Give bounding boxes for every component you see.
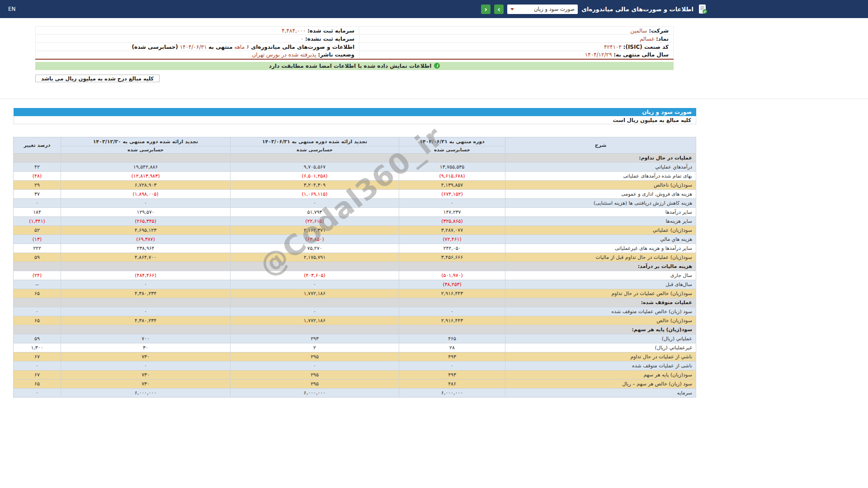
cell-value: ۱۳,۷۵۵,۵۳۵	[399, 162, 505, 171]
cell-value: ۳۰	[61, 343, 231, 352]
symbol-label: نماد:	[656, 36, 669, 42]
row-label: سود(زيان) خالص	[505, 316, 696, 325]
section-empty-cell	[14, 153, 61, 162]
section-empty-cell	[14, 325, 61, 334]
cell-value: ۳,۲۸۷,۰۷۷	[399, 225, 505, 235]
statement-type-value: صورت سود و زیان	[534, 6, 575, 12]
cell-value: ۲,۱۷۵,۷۹۱	[231, 253, 399, 262]
fiscal-year-label: سال مالی منتهی به:	[613, 52, 669, 58]
row-label: ساير هزينه‌ها	[505, 216, 696, 225]
cell-value: (۴۸۴,۴۶۶)	[61, 271, 231, 280]
cell-value: (۴۰۳,۶۰۵)	[231, 271, 399, 280]
cell-value: ۷۳۰	[61, 379, 231, 388]
row-label: سود(زيان) خالص عمليات در حال تداوم	[505, 289, 696, 298]
cell-value: ۷۵,۲۷۰	[231, 244, 399, 253]
table-row: بهای تمام شده درآمدهای عملیاتی(۹,۶۱۵,۶۷۸…	[14, 171, 696, 180]
fiscal-year-value: ۱۴۰۴/۱۲/۲۹	[585, 52, 612, 58]
table-row: سایر درآمدها و هزینه های غیرعملیاتی۲۴۲,۰…	[14, 244, 696, 253]
topbar: EN اطلاعات و صورت‌های مالی میاندوره‌ای ص…	[0, 0, 868, 18]
info-cell-interim-period: اطلاعات و صورت‌های مالی میاندوره‌ای ۶ ما…	[36, 43, 359, 51]
cell-percent-change: ۴۲	[14, 162, 61, 171]
row-label: سود (زیان) خالص عملیات متوقف شده	[505, 307, 696, 316]
section-divider	[0, 99, 868, 99]
cell-percent-change: ۰	[14, 361, 61, 370]
row-label: هزینه کاهش ارزش دریافتنی ها (هزینه استثن…	[505, 198, 696, 207]
cell-value: ۲۸	[399, 343, 505, 352]
cell-percent-change: (۱۳)	[14, 235, 61, 244]
section-empty-cell	[399, 262, 505, 271]
statement-title-bar: صورت سود و زیان	[14, 108, 696, 116]
cell-value: (۵۰۱,۹۷۰)	[399, 271, 505, 280]
row-label: سود (زیان) خالص هر سهم – ریال	[505, 379, 696, 388]
row-label: سرمایه	[505, 388, 696, 397]
section-row: عملیات در حال تداوم:	[14, 153, 696, 162]
table-row: سود(زيان) خالص عمليات در حال تداوم۲,۹۱۶,…	[14, 289, 696, 298]
interim-audited: (حسابرسی شده)	[132, 44, 178, 50]
column-subheader-audited: حسابرسی شده	[231, 146, 399, 153]
cell-value: ۲۹۳	[231, 334, 399, 343]
cell-value: (۲۲,۶۱۵)	[231, 216, 399, 225]
info-cell-unregistered-capital: سرمایه ثبت نشده: ۰	[36, 35, 359, 43]
info-row: نماد: غسالم سرمایه ثبت نشده: ۰	[36, 35, 674, 43]
cell-percent-change: ۲۲۲	[14, 244, 61, 253]
section-empty-cell	[61, 298, 231, 307]
income-table-body: عملیات در حال تداوم:درآمدهاي عملياتي۱۳,۷…	[14, 153, 696, 397]
cell-percent-change: (۴۸)	[14, 171, 61, 180]
info-icon: i	[434, 63, 440, 69]
cell-value: ۱۴۷,۲۳۷	[399, 207, 505, 216]
cell-value: (۶۹,۳۸۷)	[61, 235, 231, 244]
cell-percent-change: ۳۷	[14, 189, 61, 198]
row-label: درآمدهاي عملياتي	[505, 162, 696, 171]
cell-value: (۳۸,۲۵۳)	[399, 280, 505, 289]
cell-value: ۰	[61, 198, 231, 207]
codal-income-statement-page: EN اطلاعات و صورت‌های مالی میاندوره‌ای ص…	[0, 0, 868, 398]
previous-period-button[interactable]: ‹	[481, 5, 491, 14]
cell-percent-change: ۶۵	[14, 379, 61, 388]
info-cell-fiscal-year: سال مالی منتهی به: ۱۴۰۴/۱۲/۲۹	[359, 51, 674, 59]
cell-value: (۶,۵۰۱,۲۵۸)	[231, 171, 399, 180]
cell-value: ۴,۸۶۴,۷۰۰	[61, 253, 231, 262]
statement-subtitle: کلیه مبالغ به میلیون ریال است	[14, 116, 696, 124]
cell-value: ۰	[231, 198, 399, 207]
row-label: سال‌های قبل	[505, 280, 696, 289]
header-row-periods: شرح دوره منتهی به ۱۴۰۴/۰۶/۳۱ تجدید ارائه…	[14, 137, 696, 146]
cell-value: ۴,۳۸۰,۲۳۴	[61, 316, 231, 325]
cell-value: (۲۶۵,۳۴۵)	[61, 216, 231, 225]
cell-percent-change: ۵۹	[14, 253, 61, 262]
language-en-link[interactable]: EN	[8, 6, 16, 12]
table-row: غیرعملیاتي (ریال)۲۸۲۳۰۱,۳۰۰	[14, 343, 696, 352]
cell-percent-change: ۶۵	[14, 289, 61, 298]
section-empty-cell	[399, 325, 505, 334]
section-empty-cell	[61, 325, 231, 334]
section-empty-cell	[14, 298, 61, 307]
section-empty-cell	[61, 262, 231, 271]
company-label: شرکت:	[649, 28, 669, 34]
section-row: هزينه ماليات بر درآمد:	[14, 262, 696, 271]
cell-percent-change: ۱,۳۰۰	[14, 343, 61, 352]
cell-value: ۴,۱۳۹,۸۵۷	[399, 180, 505, 189]
column-header-period-current: دوره منتهی به ۱۴۰۴/۰۶/۳۱	[399, 137, 505, 146]
table-row: سود (زیان) خالص عملیات متوقف شده۰۰۰۰	[14, 307, 696, 316]
cell-value: ۴۹۳	[399, 370, 505, 379]
info-row: شرکت: سالمین سرمایه ثبت شده: ۴,۴۸۴,۰۰۰	[36, 27, 674, 35]
statement-type-dropdown[interactable]: صورت سود و زیان	[507, 5, 578, 14]
section-empty-cell	[231, 325, 399, 334]
cell-value: ۶,۰۰۰,۰۰۰	[399, 388, 505, 397]
table-row: سال‌های قبل(۳۸,۲۵۳)۰۰--	[14, 280, 696, 289]
row-label: سال جاری	[505, 271, 696, 280]
symbol-value: غسالم	[640, 36, 654, 42]
table-row: هزینه کاهش ارزش دریافتنی ها (هزینه استثن…	[14, 198, 696, 207]
row-label: ناشي از عمليات در حال تداوم	[505, 352, 696, 361]
cell-value: ۴,۳۸۰,۲۳۴	[61, 289, 231, 298]
cell-value: ۴,۶۹۵,۱۲۳	[61, 225, 231, 235]
cell-value: ۶,۷۲۸,۹۰۳	[61, 180, 231, 189]
cell-percent-change: ۶۷	[14, 370, 61, 379]
cell-value: ۹,۷۰۵,۵۶۷	[231, 162, 399, 171]
cell-value: ۰	[399, 198, 505, 207]
cell-value: ۵۱,۷۹۳	[231, 207, 399, 216]
next-period-button[interactable]: ›	[494, 5, 504, 14]
table-row: هزینه های فروش, اداری و عمومی(۶۷۴,۱۵۲)(۱…	[14, 189, 696, 198]
section-empty-cell	[231, 153, 399, 162]
column-header-period-restated-year: تجدید ارائه شده دوره منتهی به ۱۴۰۳/۱۲/۳۰	[61, 137, 231, 146]
column-header-percent-change: درصد تغییر	[14, 137, 61, 153]
